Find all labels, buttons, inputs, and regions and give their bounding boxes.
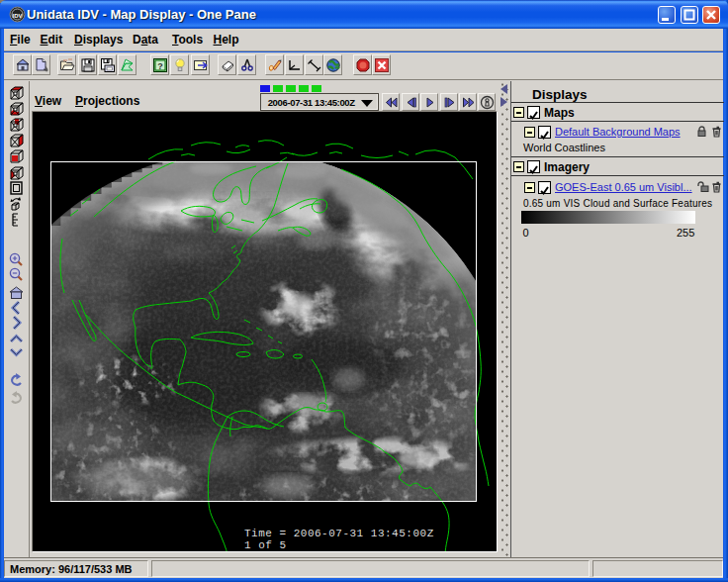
svg-text:?: ? (157, 61, 163, 71)
svg-text:IDV: IDV (12, 13, 22, 19)
svg-text:1 of 5: 1 of 5 (244, 539, 287, 551)
svg-text:Time = 2006-07-31 13:45:00Z: Time = 2006-07-31 13:45:00Z (244, 528, 434, 539)
